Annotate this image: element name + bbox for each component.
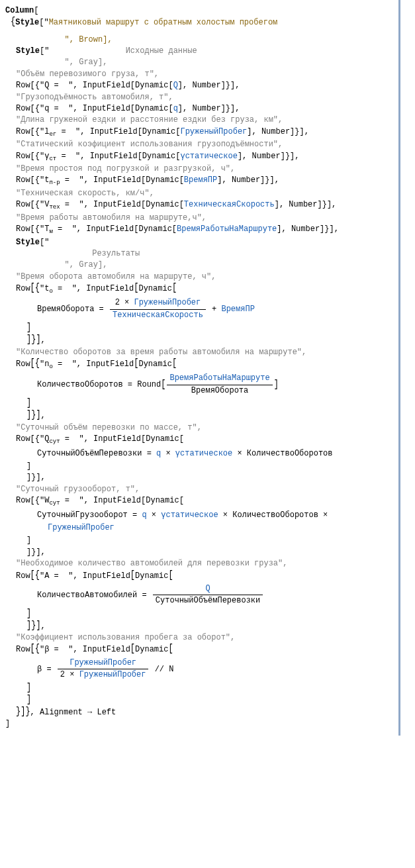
code-line: Style[" Исходные данные [5, 46, 392, 57]
code-line: Row[{"Wсут = ", InputField[Dynamic[ [5, 495, 392, 508]
code-line: ] [5, 683, 392, 695]
code-line: ]}], [5, 472, 392, 483]
code-cell[interactable]: Column[ {Style["Маятниковый маршрут с об… [0, 0, 400, 736]
code-line: ", Gray], [5, 57, 392, 68]
code-line: ] [5, 535, 392, 546]
formula-line: β = ГруженыйПробег2 × ГруженыйПробег // … [5, 657, 392, 681]
formula-line: КоличествоАвтомобилей = QСуточныйОбъёмПе… [5, 583, 392, 607]
string-line: "Коэффициент использования пробега за об… [5, 632, 392, 644]
code-line: Row[{"lег = ", InputField[Dynamic[Гружен… [5, 126, 392, 139]
code-line: ]}], [5, 547, 392, 558]
formula-line: СуточныйГрузооборот = q × γстатическое ×… [5, 510, 392, 521]
string-line: "Длина груженой ездки и расстояние ездки… [5, 115, 392, 126]
code-line: Row[{"γст = ", InputField[Dynamic[γстати… [5, 151, 392, 164]
code-line: Row[{"β = ", InputField[Dynamic[ [5, 644, 392, 655]
string-line: "Грузоподъёмность автомобиля, т", [5, 92, 392, 103]
code-line: Row[{"nо = ", InputField[Dynamic[ [5, 358, 392, 371]
code-line: Column[ [5, 5, 392, 17]
code-line: }]}, Alignment → Left [5, 706, 392, 718]
code-line: ] [5, 608, 392, 620]
code-line: ] [5, 322, 392, 334]
code-line: ] [5, 398, 392, 410]
code-line: ] [5, 718, 392, 730]
string-line: "Необходимое количество автомобилей для … [5, 558, 392, 569]
formula-line: ВремяОборота = 2 × ГруженыйПробегТехниче… [5, 297, 392, 321]
code-line: Row[{"Vтех = ", InputField[Dynamic[Техни… [5, 199, 392, 212]
fraction: ГруженыйПробег2 × ГруженыйПробег [58, 657, 149, 681]
code-line: {Style["Маятниковый маршрут с обратным х… [5, 17, 392, 28]
string-line: "Время оборота автомобиля на маршруте, ч… [5, 271, 392, 283]
code-line: Row[{"Q = ", InputField[Dynamic[Q], Numb… [5, 80, 392, 91]
code-line: ]}], [5, 620, 392, 632]
formula-line: КоличествоОборотов = Round[ ВремяРаботыН… [5, 373, 392, 397]
string-line: "Суточный грузооборот, т", [5, 484, 392, 495]
fn-column: Column [5, 6, 34, 15]
string-line: "Время работы автомобиля на маршруте,ч", [5, 213, 392, 224]
code-line: ", Brown], [5, 34, 392, 46]
string-line: "Объём перевозимого груза, т", [5, 69, 392, 80]
string-literal: "Маятниковый маршрут с обратным холостым… [44, 18, 277, 27]
code-line: Row[{"A = ", InputField[Dynamic[ [5, 570, 392, 582]
formula-line: ГруженыйПробег [5, 522, 392, 534]
code-line: Результаты [5, 248, 392, 260]
code-line: Row[{"q = ", InputField[Dynamic[q], Numb… [5, 103, 392, 115]
code-line: ] [5, 695, 392, 706]
code-line: Row[{"Tм = ", InputField[Dynamic[ВремяРа… [5, 224, 392, 236]
string-line: "Время простоя под погрузкой и разгрузко… [5, 164, 392, 175]
code-line: ", Gray], [5, 260, 392, 271]
code-line: Row[{"tо = ", InputField[Dynamic[ [5, 283, 392, 296]
fraction: 2 × ГруженыйПробегТехническаяСкорость [110, 297, 206, 321]
string-line: "Техническая скорость, км/ч", [5, 188, 392, 199]
code-line: Style[" [5, 237, 392, 248]
code-line: Row[{"tп-р = ", InputField[Dynamic[Время… [5, 175, 392, 187]
formula-line: СуточныйОбъёмПеревозки = q × γстатическо… [5, 448, 392, 459]
code-line: ]}], [5, 334, 392, 346]
fraction: QСуточныйОбъёмПеревозки [153, 583, 263, 607]
code-line: ]}], [5, 410, 392, 422]
fraction: ВремяРаботыНаМаршрутеВремяОборота [167, 373, 272, 397]
code-line: ] [5, 461, 392, 472]
blank-line [5, 29, 392, 34]
code-line: Row[{"Qсут = ", InputField[Dynamic[ [5, 434, 392, 446]
string-line: "Статический коэфициент использования гр… [5, 139, 392, 150]
string-line: "Количество оборотов за время работы авт… [5, 347, 392, 358]
string-line: "Суточный объём перевозки по массе, т", [5, 422, 392, 434]
